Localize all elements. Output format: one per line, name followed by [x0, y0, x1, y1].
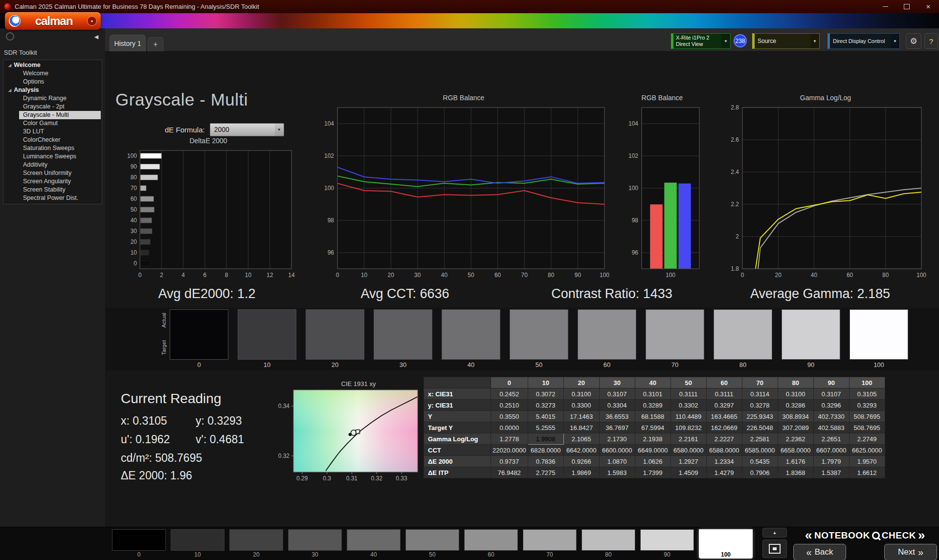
sidebar-item-welcome[interactable]: Welcome [19, 69, 102, 78]
table-cell[interactable]: 308.8934 [778, 411, 813, 422]
de-formula-select[interactable]: 2000 ▼ [210, 123, 284, 136]
minimize-button[interactable] [874, 0, 896, 13]
table-cell[interactable]: 2.1065 [563, 433, 599, 445]
sidebar-item-dynamic-range[interactable]: Dynamic Range [19, 94, 102, 103]
table-cell[interactable]: 1.7979 [813, 456, 849, 467]
table-cell[interactable]: 0.3302 [671, 400, 706, 411]
pattern-level-button-70[interactable]: 70 [523, 529, 577, 559]
sidebar-menu-button[interactable] [6, 32, 14, 41]
table-cell[interactable]: 1.5983 [599, 467, 635, 478]
table-cell[interactable]: 1.7399 [635, 467, 671, 478]
help-button[interactable]: ? [924, 33, 938, 49]
pattern-level-button-0[interactable]: 0 [112, 529, 166, 559]
table-cell[interactable]: 0.3072 [528, 388, 563, 400]
table-cell[interactable]: 1.9908 [528, 433, 563, 445]
table-cell[interactable]: 508.7695 [849, 422, 885, 433]
table-cell[interactable]: 6649.0000 [635, 445, 671, 456]
table-cell[interactable]: 1.2334 [706, 456, 742, 467]
display-control-dropdown[interactable]: Direct Display Control ▼ [827, 33, 900, 49]
table-cell[interactable]: 0.2510 [491, 400, 528, 411]
table-cell[interactable]: 0.3286 [778, 400, 813, 411]
table-cell[interactable]: 2.2161 [671, 433, 706, 445]
sidebar-item-luminance-sweeps[interactable]: Luminance Sweeps [19, 152, 102, 161]
table-cell[interactable]: 0.2452 [491, 388, 528, 400]
table-cell[interactable]: 307.2089 [778, 422, 813, 433]
table-cell[interactable]: 226.5048 [742, 422, 778, 433]
table-cell[interactable]: 1.4279 [706, 467, 742, 478]
table-cell[interactable]: 16.8427 [563, 422, 599, 433]
scroll-up-button[interactable]: ▲ [762, 528, 787, 538]
table-cell[interactable]: 6585.0000 [742, 445, 778, 456]
table-cell[interactable]: 2.1730 [599, 433, 635, 445]
table-cell[interactable]: 110.4489 [671, 411, 706, 422]
table-cell[interactable]: 0.9737 [491, 456, 528, 467]
sidebar-item-grayscale-multi[interactable]: Grayscale - Multi [19, 111, 101, 119]
pattern-level-button-90[interactable]: 90 [640, 529, 694, 559]
table-cell[interactable]: 0.3273 [528, 400, 563, 411]
table-cell[interactable]: 5.2555 [528, 422, 563, 433]
settings-button[interactable]: ⚙ [906, 33, 921, 49]
tree-group-analysis[interactable]: ◢Analysis [3, 86, 102, 94]
table-cell[interactable]: 1.6612 [849, 467, 885, 478]
table-cell[interactable]: 162.0669 [706, 422, 742, 433]
table-cell[interactable]: 2.2581 [742, 433, 778, 445]
table-cell[interactable]: 0.3107 [599, 388, 635, 400]
table-cell[interactable]: 2.2362 [778, 433, 813, 445]
table-cell[interactable]: 163.4665 [706, 411, 742, 422]
table-cell[interactable]: 68.1588 [635, 411, 671, 422]
table-cell[interactable]: 6600.0000 [599, 445, 635, 456]
tree-group-welcome[interactable]: ◢Welcome [3, 61, 102, 69]
table-cell[interactable]: 6642.0000 [563, 445, 599, 456]
table-cell[interactable]: 0.3105 [849, 388, 885, 400]
table-cell[interactable]: 1.0626 [635, 456, 671, 467]
table-cell[interactable]: 0.3296 [813, 400, 849, 411]
table-cell[interactable]: 6828.0000 [528, 445, 563, 456]
table-cell[interactable]: 0.3101 [635, 388, 671, 400]
table-cell[interactable]: 5.4015 [528, 411, 563, 422]
table-cell[interactable]: 0.3293 [849, 400, 885, 411]
tab-history-1[interactable]: History 1 [110, 35, 146, 51]
sidebar-item-colorchecker[interactable]: ColorChecker [19, 136, 102, 144]
table-cell[interactable]: 1.5387 [813, 467, 849, 478]
sidebar-item-screen-stability[interactable]: Screen Stability [19, 186, 102, 194]
table-cell[interactable]: 76.9482 [491, 467, 528, 478]
pattern-level-button-50[interactable]: 50 [405, 529, 459, 559]
table-cell[interactable]: 1.6176 [778, 456, 813, 467]
pattern-level-button-30[interactable]: 30 [288, 529, 342, 559]
table-cell[interactable]: 6588.0000 [706, 445, 742, 456]
sidebar-item-options[interactable]: Options [19, 78, 102, 86]
table-cell[interactable]: 17.1463 [563, 411, 599, 422]
table-cell[interactable]: 2.2651 [813, 433, 849, 445]
table-cell[interactable]: 0.3114 [742, 388, 778, 400]
table-cell[interactable]: 2.2227 [706, 433, 742, 445]
table-cell[interactable]: 0.3107 [813, 388, 849, 400]
table-cell[interactable]: 0.3304 [599, 400, 635, 411]
table-cell[interactable]: 402.5883 [813, 422, 849, 433]
sidebar-item-color-gamut[interactable]: Color Gamut [19, 119, 102, 128]
table-cell[interactable]: 6580.0000 [671, 445, 706, 456]
back-button[interactable]: « Back [793, 544, 846, 560]
table-cell[interactable]: 67.5994 [635, 422, 671, 433]
table-cell[interactable]: 0.9266 [563, 456, 599, 467]
table-cell[interactable]: 0.3550 [491, 411, 528, 422]
sidebar-item-spectral-power-dist[interactable]: Spectral Power Dist. [19, 194, 102, 202]
meter-dropdown[interactable]: X-Rite i1Pro 2 Direct View ▼ [671, 33, 731, 49]
source-dropdown[interactable]: Source ▼ [752, 33, 820, 49]
table-cell[interactable]: 0.3278 [742, 400, 778, 411]
pattern-level-button-10[interactable]: 10 [171, 529, 224, 559]
table-cell[interactable]: 1.4509 [671, 467, 706, 478]
table-cell[interactable]: 1.0870 [599, 456, 635, 467]
sidebar-item-screen-uniformity[interactable]: Screen Uniformity [19, 169, 102, 177]
sidebar-item-saturation-sweeps[interactable]: Saturation Sweeps [19, 144, 102, 152]
table-cell[interactable]: 0.0000 [491, 422, 528, 433]
table-cell[interactable]: 36.7697 [599, 422, 635, 433]
pattern-window-button[interactable] [762, 539, 787, 558]
next-button[interactable]: Next » [884, 544, 937, 560]
calman-logo-button[interactable]: calman ▼ [5, 12, 101, 30]
maximize-button[interactable] [896, 0, 917, 13]
sidebar-item-grayscale-2pt[interactable]: Grayscale - 2pt [19, 103, 102, 111]
table-cell[interactable]: 0.3100 [563, 388, 599, 400]
table-cell[interactable]: 2.1938 [635, 433, 671, 445]
table-cell[interactable]: 6625.0000 [849, 445, 885, 456]
table-cell[interactable]: 1.2778 [491, 433, 528, 445]
